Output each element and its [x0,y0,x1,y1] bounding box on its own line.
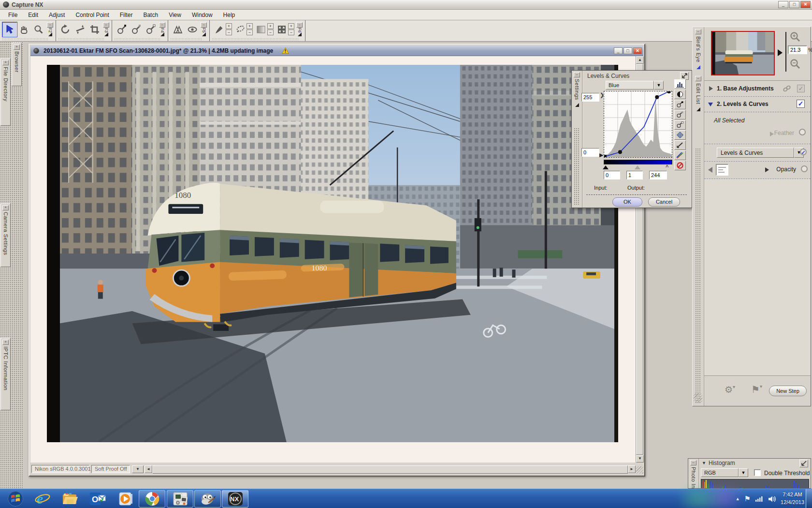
soft-proof-dropdown-button[interactable]: ▼ [132,465,144,473]
crop-tool[interactable] [87,22,102,37]
opacity-arrow-icon[interactable] [765,167,769,172]
histogram-channel-arrow-icon[interactable]: ▼ [739,468,748,477]
menu-file[interactable]: File [3,10,23,20]
menu-view[interactable]: View [163,10,187,20]
sidebar-tab-browser[interactable]: +Browser [12,43,22,86]
scroll-up-arrow-icon[interactable]: ▲ [636,56,644,64]
sidebar-tab-iptc-information[interactable]: +IPTC Information [0,338,11,410]
new-step-button[interactable]: New Step [769,386,807,396]
color-control-point-tool[interactable] [171,22,185,37]
fill-plus-minus[interactable]: +− [288,23,294,35]
gamma-field[interactable]: 1 [626,171,643,179]
expand-arrow-icon[interactable] [709,86,713,91]
brush-tool[interactable] [212,22,227,37]
neutral-point-eyedropper-icon[interactable] [674,110,686,120]
birds-eye-thumbnail[interactable] [711,31,775,75]
gamma-slider[interactable] [635,165,640,169]
channel-select[interactable]: Blue [606,81,654,90]
curves-chart[interactable] [604,91,672,158]
network-icon[interactable] [755,495,764,502]
black-point-eyedropper-icon[interactable] [674,100,686,109]
scroll-right-arrow-icon[interactable]: ► [628,465,636,473]
volume-icon[interactable] [768,495,776,503]
cancel-button[interactable]: Cancel [648,197,680,207]
toolbar-group-minimize-icon[interactable]: – [201,22,207,28]
channel-dropdown-arrow-icon[interactable]: ▼ [654,81,664,90]
media-player-icon[interactable] [112,490,139,508]
document-maximize-button[interactable]: □ [624,47,632,54]
reset-current-channel-icon[interactable] [674,140,686,150]
histogram-channel-select[interactable]: RGB [701,468,739,477]
lasso-tool[interactable] [233,22,247,37]
gradient-plus-minus[interactable]: +− [267,23,274,35]
contrast-icon[interactable] [674,90,686,99]
app-close-button[interactable]: ✕ [800,1,811,8]
dialog-expand-icon[interactable] [680,72,689,80]
toolbar-group-minimize-icon[interactable]: – [103,22,109,28]
document-titlebar[interactable]: 20130612-01 Ektar FM SFO Scan-130628-000… [30,45,643,56]
tray-clock[interactable]: 7:42 AM 12/4/2013 [781,491,804,507]
histogram-collapse-icon[interactable]: ▼ [702,461,706,465]
opacity-toggle[interactable] [801,165,808,172]
photo-viewer-icon[interactable] [167,490,193,508]
show-desktop-button[interactable] [806,489,812,508]
document-canvas[interactable]: 1080 1080 [30,56,636,463]
toolbar-group-minimize-icon[interactable]: – [296,22,303,28]
zoom-value-field[interactable]: 21.3 [788,45,807,54]
ok-button[interactable]: OK [612,197,642,207]
action-center-flag-icon[interactable]: ⚑ [744,494,751,503]
menu-adjust[interactable]: Adjust [44,10,70,20]
document-close-button[interactable]: ✕ [633,47,642,54]
rotate-tool[interactable] [58,22,73,37]
input-white-field[interactable]: 244 [649,171,667,179]
straighten-tool[interactable] [73,22,87,37]
double-threshold-checkbox[interactable] [754,469,761,476]
sidebar-tab-camera-settings[interactable]: +Camera Settings [0,203,11,267]
birds-eye-pan-arrow-icon[interactable] [778,49,783,56]
capture-nx-icon[interactable]: NX [222,490,248,508]
output-min-field[interactable]: 0 [581,148,599,157]
menu-batch[interactable]: Batch [138,10,163,20]
menu-control-point[interactable]: Control Point [70,10,114,20]
internet-explorer-icon[interactable]: e [29,490,56,508]
gimp-icon[interactable] [194,490,221,508]
zoom-in-icon[interactable] [789,31,801,45]
temporarily-disable-icon[interactable] [674,161,686,170]
edit-list-tab[interactable]: Edit List [696,83,701,105]
menu-window[interactable]: Window [187,10,218,20]
toolbar-group-minimize-icon[interactable]: – [159,22,165,28]
photo-illustration[interactable]: 1080 1080 [60,65,614,442]
document-horizontal-scrollbar[interactable]: ◄ ► [145,465,636,474]
feather-toggle[interactable] [799,129,806,135]
dialog-settings-tab[interactable]: Settings [574,79,580,100]
edit-step-levels-curves[interactable]: 2. Levels & Curves ✓ [704,97,811,112]
page-back-arrow-icon[interactable] [708,167,712,173]
start-button[interactable] [2,490,29,508]
app-maximize-button[interactable]: □ [789,1,799,8]
menu-help[interactable]: Help [218,10,241,20]
white-control-point-tool[interactable] [144,22,158,37]
dialog-minimize-icon[interactable]: – [574,72,580,77]
input-black-field[interactable]: 0 [604,171,620,179]
step1-checkbox[interactable]: ✓ [797,85,805,92]
brush-plus-minus[interactable]: +− [226,23,232,35]
fill-marquee-tool[interactable] [275,22,289,37]
flag-menu-icon[interactable]: ⚑▾ [751,384,762,395]
sidebar-tab-file-directory[interactable]: +File Directory [0,58,11,126]
scroll-down-arrow-icon[interactable]: ▼ [636,455,644,463]
auto-contrast-histogram-icon[interactable] [674,79,686,89]
histogram-expand-icon[interactable] [799,460,808,467]
hand-tool[interactable] [17,22,31,37]
menu-filter[interactable]: Filter [115,10,138,20]
output-max-field[interactable]: 255 [581,93,599,102]
tray-hidden-icons-chevron[interactable]: ▲ [736,496,740,501]
histogram-minimize-icon[interactable]: – [690,460,696,465]
birds-eye-tab[interactable]: Bird's Eye [696,36,701,62]
adjustment-list-icon[interactable] [716,164,728,176]
white-point-eyedropper-icon[interactable] [674,120,686,130]
edit-list-minimize-icon[interactable]: – [695,76,701,81]
gear-menu-icon[interactable]: ⚙▾ [725,384,735,395]
white-point-slider[interactable]: ^ [666,164,668,170]
zoom-tool[interactable] [31,22,46,37]
black-point-slider[interactable] [603,165,609,169]
